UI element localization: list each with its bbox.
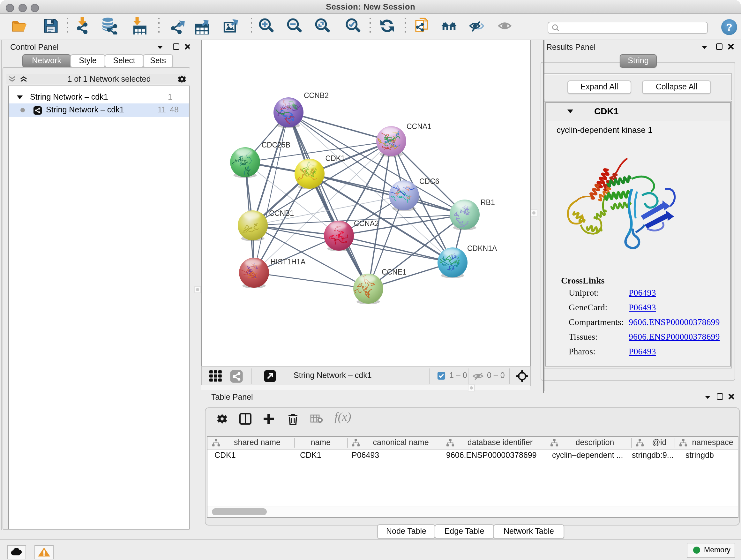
svg-text:CCNB1: CCNB1 — [269, 209, 294, 217]
svg-text:RB1: RB1 — [481, 198, 495, 206]
svg-text:CDK1: CDK1 — [326, 154, 345, 163]
svg-text:HIST1H1A: HIST1H1A — [270, 258, 306, 266]
svg-text:CDC6: CDC6 — [419, 177, 440, 186]
svg-text:CCNE1: CCNE1 — [382, 268, 407, 276]
svg-text:CCNB2: CCNB2 — [304, 91, 329, 100]
svg-text:CCNA2: CCNA2 — [354, 219, 379, 228]
svg-text:CDKN1A: CDKN1A — [467, 244, 497, 253]
svg-text:CDC25B: CDC25B — [261, 141, 290, 149]
svg-text:CCNA1: CCNA1 — [407, 122, 431, 131]
